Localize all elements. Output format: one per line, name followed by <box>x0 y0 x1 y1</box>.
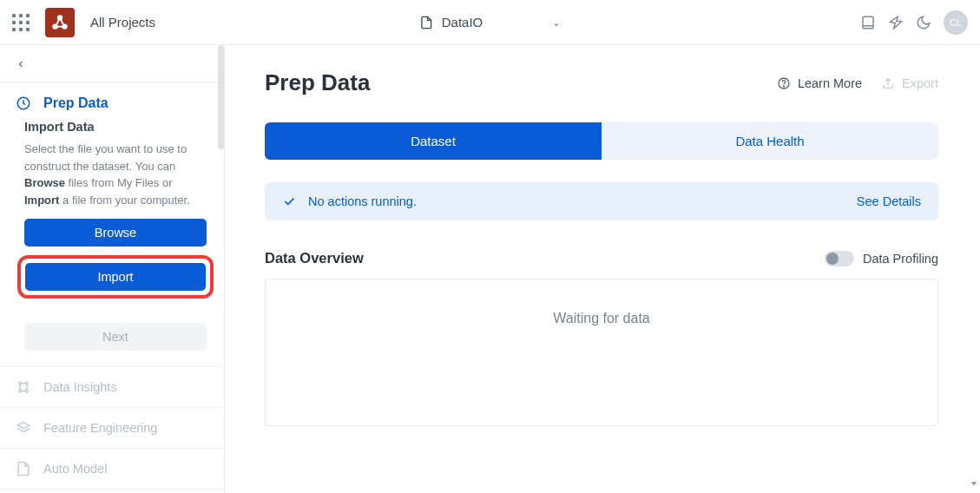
check-icon <box>282 194 296 208</box>
status-bar: No actions running. See Details <box>265 182 938 220</box>
sidebar-item-label: Auto Model <box>43 462 107 476</box>
top-right-actions: CL <box>860 10 968 35</box>
learn-more-label: Learn More <box>798 76 862 90</box>
export-label: Export <box>902 76 938 90</box>
data-profiling-toggle[interactable] <box>825 251 854 266</box>
import-button-highlight: Import <box>17 255 214 299</box>
tab-data-health[interactable]: Data Health <box>602 122 938 160</box>
svg-marker-10 <box>17 422 30 429</box>
data-overview-box: Waiting for data <box>265 279 938 426</box>
svg-rect-3 <box>863 16 873 29</box>
export-link: Export <box>881 76 938 90</box>
main-panel: Prep Data Learn More Export Dataset Data… <box>225 45 980 493</box>
apps-menu-icon[interactable] <box>12 14 30 31</box>
data-profiling-label: Data Profiling <box>863 252 938 266</box>
insights-icon <box>16 379 31 395</box>
sidebar-item-auto-model[interactable]: Auto Model <box>0 449 224 490</box>
export-icon <box>881 76 895 90</box>
sidebar-section-title: Import Data <box>24 120 207 134</box>
sidebar-item-label: Feature Engineering <box>43 421 157 435</box>
help-icon <box>777 76 791 90</box>
import-button[interactable]: Import <box>25 263 206 291</box>
data-profiling-control: Data Profiling <box>825 251 938 266</box>
all-projects-link[interactable]: All Projects <box>90 15 155 30</box>
next-button: Next <box>24 323 207 351</box>
dark-mode-icon[interactable] <box>916 15 931 30</box>
project-selector[interactable]: DataIO ⌄ <box>419 15 562 30</box>
sidebar-step-label: Prep Data <box>43 95 109 111</box>
sidebar-back-button[interactable] <box>0 45 224 83</box>
sidebar-item-label: Data Insights <box>43 380 117 394</box>
document-icon <box>16 461 31 477</box>
sidebar-item-data-insights[interactable]: Data Insights <box>0 367 224 408</box>
svg-point-0 <box>53 24 57 29</box>
project-name: DataIO <box>442 15 483 30</box>
waiting-text: Waiting for data <box>553 311 649 326</box>
svg-point-7 <box>25 382 28 385</box>
top-nav: All Projects DataIO ⌄ CL <box>0 0 980 45</box>
brand-logo[interactable] <box>45 8 75 37</box>
svg-point-6 <box>19 382 22 385</box>
clock-icon <box>16 95 31 111</box>
sidebar-step-prep-data[interactable]: Prep Data <box>0 83 224 120</box>
layers-icon <box>16 420 31 436</box>
notifications-icon[interactable] <box>888 15 904 30</box>
svg-point-9 <box>25 390 28 392</box>
page-title: Prep Data <box>265 69 370 96</box>
sidebar-import-section: Import Data Select the file you want to … <box>0 120 224 366</box>
svg-marker-13 <box>971 482 977 485</box>
see-details-link[interactable]: See Details <box>857 194 921 208</box>
svg-point-1 <box>62 24 67 29</box>
avatar[interactable]: CL <box>944 10 968 35</box>
sidebar: Prep Data Import Data Select the file yo… <box>0 45 225 493</box>
scroll-down-icon[interactable] <box>970 477 978 490</box>
sidebar-help-text: Select the file you want to use to const… <box>24 141 207 208</box>
panel-icon[interactable] <box>860 15 876 30</box>
status-text: No actions running. <box>308 194 417 208</box>
document-icon <box>419 16 433 30</box>
sidebar-item-feature-engineering[interactable]: Feature Engineering <box>0 408 224 449</box>
tab-dataset[interactable]: Dataset <box>265 122 602 160</box>
tabs: Dataset Data Health <box>265 122 938 160</box>
svg-point-12 <box>783 85 784 86</box>
svg-point-8 <box>19 390 22 392</box>
learn-more-link[interactable]: Learn More <box>777 76 862 90</box>
overview-title: Data Overview <box>265 250 364 266</box>
chevron-down-icon: ⌄ <box>552 16 561 29</box>
browse-button[interactable]: Browse <box>24 219 207 246</box>
